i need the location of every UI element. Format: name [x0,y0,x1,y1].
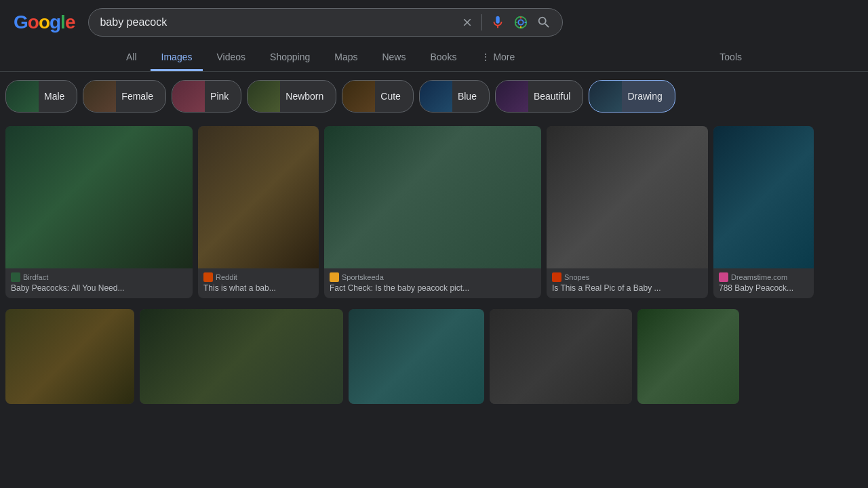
chip-label-cute: Cute [380,91,403,102]
image-card-9[interactable] [490,309,632,404]
chip-label-blue: Blue [458,91,479,102]
google-logo[interactable]: Google [14,12,75,33]
image-2 [198,126,319,268]
source-icon-1 [11,272,20,282]
nav-tabs: All Images Videos Shopping Maps News Boo… [0,45,868,72]
img-title-3: Fact Check: Is the baby peacock pict... [330,283,536,294]
img-title-5: 788 Baby Peacock... [719,283,808,294]
chip-label-drawing: Drawing [627,91,665,102]
clear-button[interactable] [461,16,473,28]
image-card-1[interactable]: Birdfact Baby Peacocks: All You Need... [5,126,193,298]
image-5 [713,126,814,268]
filter-chip-female[interactable]: Female [83,80,166,113]
filter-chip-pink[interactable]: Pink [172,80,241,113]
chip-thumb-pink [172,80,205,113]
logo-e: e [65,12,75,33]
chip-label-pink: Pink [210,91,231,102]
logo-o2: o [39,12,50,33]
search-input[interactable] [100,16,454,28]
img-source-4: Snopes [552,272,703,282]
filter-chip-newborn[interactable]: Newborn [247,80,336,113]
image-card-7[interactable] [140,309,343,404]
image-10 [637,309,739,404]
chip-thumb-drawing [589,80,622,113]
img-source-5: Dreamstime.com [719,272,808,282]
image-1 [5,126,193,268]
image-grid-row2 [0,304,868,409]
source-name-5: Dreamstime.com [731,273,787,281]
logo-g: G [14,12,28,33]
source-icon-4 [552,272,561,282]
filter-chips: Male Female Pink Newborn Cute Blue Beaut… [0,72,868,121]
svg-point-1 [519,20,524,24]
tab-shopping[interactable]: Shopping [259,45,321,71]
source-name-4: Snopes [564,273,589,281]
filter-chip-cute[interactable]: Cute [342,80,414,113]
img-source-3: Sportskeeda [330,272,536,282]
tab-more[interactable]: ⋮ More [470,45,526,71]
voice-search-button[interactable] [490,15,505,30]
chip-thumb-beautiful [496,80,528,113]
source-name-2: Reddit [216,273,237,281]
img-source-1: Birdfact [11,272,187,282]
img-info-1: Birdfact Baby Peacocks: All You Need... [5,268,193,298]
filter-chip-beautiful[interactable]: Beautiful [495,80,583,113]
image-card-6[interactable] [5,309,134,404]
chip-thumb-female [83,80,116,113]
tab-tools[interactable]: Tools [709,45,753,71]
image-grid-row1: Birdfact Baby Peacocks: All You Need... … [0,121,868,304]
source-name-3: Sportskeeda [342,273,384,281]
logo-o1: o [28,12,39,33]
tab-videos[interactable]: Videos [205,45,256,71]
search-icon-group [461,14,551,30]
image-7 [140,309,343,404]
tab-news[interactable]: News [371,45,416,71]
image-card-10[interactable] [637,309,739,404]
source-icon-3 [330,272,339,282]
tab-images[interactable]: Images [151,45,203,71]
chip-label-male: Male [44,91,67,102]
chip-thumb-male [6,80,39,113]
image-card-4[interactable]: Snopes Is This a Real Pic of a Baby ... [547,126,708,298]
image-card-3[interactable]: Sportskeeda Fact Check: Is the baby peac… [324,126,541,298]
image-card-2[interactable]: Reddit This is what a bab... [198,126,319,298]
img-title-2: This is what a bab... [203,283,313,294]
image-6 [5,309,134,404]
search-bar[interactable] [88,8,563,37]
image-4 [547,126,708,268]
source-name-1: Birdfact [23,273,48,281]
image-8 [349,309,484,404]
img-info-3: Sportskeeda Fact Check: Is the baby peac… [324,268,541,298]
chip-thumb-cute [342,80,375,113]
img-info-2: Reddit This is what a bab... [198,268,319,298]
filter-chip-male[interactable]: Male [5,80,77,113]
image-9 [490,309,632,404]
chip-thumb-newborn [248,80,280,113]
image-card-5[interactable]: Dreamstime.com 788 Baby Peacock... [713,126,814,298]
tab-maps[interactable]: Maps [323,45,368,71]
image-3 [324,126,541,268]
logo-l: l [60,12,65,33]
lens-search-button[interactable] [513,15,528,30]
chip-label-female: Female [121,91,156,102]
image-card-8[interactable] [349,309,484,404]
img-info-5: Dreamstime.com 788 Baby Peacock... [713,268,814,298]
tab-books[interactable]: Books [419,45,467,71]
chip-label-beautiful: Beautiful [534,91,573,102]
chip-label-newborn: Newborn [285,91,326,102]
divider [481,14,482,30]
source-icon-2 [203,272,213,282]
tab-all[interactable]: All [115,45,148,71]
logo-g2: g [50,12,60,33]
source-icon-5 [719,272,728,282]
filter-chip-drawing[interactable]: Drawing [589,80,675,113]
img-title-4: Is This a Real Pic of a Baby ... [552,283,703,294]
search-submit-button[interactable] [536,15,551,30]
img-title-1: Baby Peacocks: All You Need... [11,283,187,294]
chip-thumb-blue [420,80,452,113]
header: Google [0,0,868,45]
img-info-4: Snopes Is This a Real Pic of a Baby ... [547,268,708,298]
filter-chip-blue[interactable]: Blue [419,80,490,113]
img-source-2: Reddit [203,272,313,282]
